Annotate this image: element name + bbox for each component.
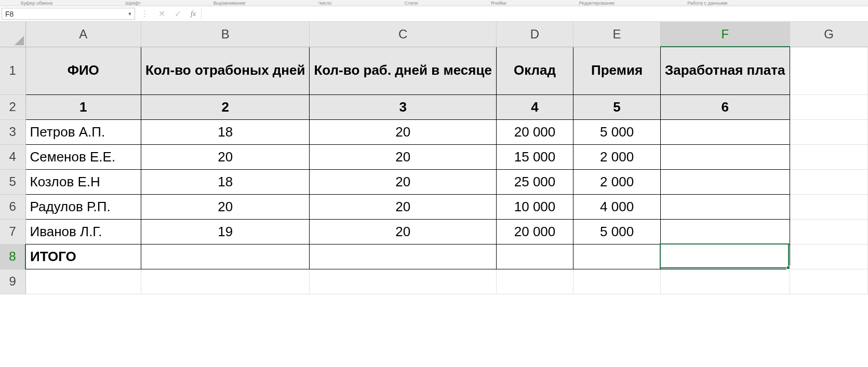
cell-g3[interactable]	[790, 119, 868, 144]
cell-f9[interactable]	[660, 269, 790, 294]
cell-e2[interactable]: 5	[573, 94, 661, 119]
cell-b2[interactable]: 2	[141, 94, 310, 119]
cell-a5[interactable]: Козлов Е.Н	[25, 169, 141, 194]
separator: ⋮	[135, 6, 153, 21]
row-header-5[interactable]: 5	[0, 169, 25, 194]
cell-b4[interactable]: 20	[141, 144, 310, 169]
cell-f1[interactable]: Заработная плата	[660, 47, 790, 94]
cell-g1[interactable]	[790, 47, 868, 94]
cell-g2[interactable]	[790, 94, 868, 119]
cell-g9[interactable]	[790, 269, 868, 294]
cell-a9[interactable]	[25, 269, 141, 294]
cell-e5[interactable]: 2 000	[573, 169, 661, 194]
cell-a8[interactable]: ИТОГО	[25, 244, 141, 269]
cell-e4[interactable]: 2 000	[573, 144, 661, 169]
ribbon-group-labels: Буфер обмена Шрифт Выравнивание Число Ст…	[0, 0, 868, 6]
cell-b7[interactable]: 19	[141, 219, 310, 244]
cell-d6[interactable]: 10 000	[496, 194, 573, 219]
confirm-icon[interactable]: ✓	[175, 9, 181, 19]
cell-b9[interactable]	[141, 269, 310, 294]
formula-input[interactable]	[201, 8, 868, 20]
cell-g8[interactable]	[790, 244, 868, 269]
cancel-icon[interactable]: ✕	[158, 9, 165, 19]
cell-d5[interactable]: 25 000	[496, 169, 573, 194]
row-header-3[interactable]: 3	[0, 119, 25, 144]
cell-c8[interactable]	[310, 244, 496, 269]
cell-f3[interactable]	[660, 119, 790, 144]
cell-e8[interactable]	[573, 244, 661, 269]
row-header-9[interactable]: 9	[0, 269, 25, 294]
cell-d9[interactable]	[496, 269, 573, 294]
cell-c7[interactable]: 20	[310, 219, 496, 244]
cell-b5[interactable]: 18	[141, 169, 310, 194]
cell-a2[interactable]: 1	[25, 94, 141, 119]
cell-e9[interactable]	[573, 269, 661, 294]
cell-a7[interactable]: Иванов Л.Г.	[25, 219, 141, 244]
cell-e1[interactable]: Премия	[573, 47, 661, 94]
cell-c6[interactable]: 20	[310, 194, 496, 219]
cell-b6[interactable]: 20	[141, 194, 310, 219]
cell-d1[interactable]: Оклад	[496, 47, 573, 94]
cell-c9[interactable]	[310, 269, 496, 294]
cell-g5[interactable]	[790, 169, 868, 194]
cell-g6[interactable]	[790, 194, 868, 219]
row-header-7[interactable]: 7	[0, 219, 25, 244]
cell-e3[interactable]: 5 000	[573, 119, 661, 144]
cell-c3[interactable]: 20	[310, 119, 496, 144]
cell-c1[interactable]: Кол-во раб. дней в месяце	[310, 47, 496, 94]
fx-icon[interactable]: fx	[191, 10, 196, 18]
row-header-4[interactable]: 4	[0, 144, 25, 169]
cell-b1[interactable]: Кол-во отрабоных дней	[141, 47, 310, 94]
cell-c5[interactable]: 20	[310, 169, 496, 194]
col-header-f[interactable]: F	[660, 22, 790, 47]
cell-c2[interactable]: 3	[310, 94, 496, 119]
cell-a3[interactable]: Петров А.П.	[25, 119, 141, 144]
name-box-dropdown-icon[interactable]: ▼	[125, 11, 135, 17]
cell-a4[interactable]: Семенов Е.Е.	[25, 144, 141, 169]
formula-bar-buttons: ✕ ✓ fx	[153, 6, 201, 21]
cell-f2[interactable]: 6	[660, 94, 790, 119]
cell-g7[interactable]	[790, 219, 868, 244]
cell-e6[interactable]: 4 000	[573, 194, 661, 219]
row-header-8[interactable]: 8	[0, 244, 25, 269]
col-header-b[interactable]: B	[141, 22, 310, 47]
col-header-g[interactable]: G	[790, 22, 868, 47]
row-header-1[interactable]: 1	[0, 47, 25, 94]
cell-f7[interactable]	[660, 219, 790, 244]
col-header-d[interactable]: D	[496, 22, 573, 47]
cell-a6[interactable]: Радулов Р.П.	[25, 194, 141, 219]
col-header-c[interactable]: C	[310, 22, 496, 47]
cell-f4[interactable]	[660, 144, 790, 169]
row-header-2[interactable]: 2	[0, 94, 25, 119]
cell-f5[interactable]	[660, 169, 790, 194]
cell-d4[interactable]: 15 000	[496, 144, 573, 169]
spreadsheet-grid[interactable]: A B C D E F G 1 ФИО Кол-во отрабоных дне…	[0, 22, 868, 294]
cell-d7[interactable]: 20 000	[496, 219, 573, 244]
cell-f6[interactable]	[660, 194, 790, 219]
cell-d3[interactable]: 20 000	[496, 119, 573, 144]
col-header-e[interactable]: E	[573, 22, 661, 47]
cell-c4[interactable]: 20	[310, 144, 496, 169]
cell-d8[interactable]	[496, 244, 573, 269]
cell-g4[interactable]	[790, 144, 868, 169]
name-box[interactable]: F8 ▼	[2, 8, 135, 20]
cell-b3[interactable]: 18	[141, 119, 310, 144]
row-header-6[interactable]: 6	[0, 194, 25, 219]
name-box-value: F8	[2, 10, 125, 18]
formula-bar-row: F8 ▼ ⋮ ✕ ✓ fx	[0, 6, 868, 22]
cell-a1[interactable]: ФИО	[25, 47, 141, 94]
col-header-a[interactable]: A	[25, 22, 141, 47]
cell-e7[interactable]: 5 000	[573, 219, 661, 244]
cell-d2[interactable]: 4	[496, 94, 573, 119]
select-all-corner[interactable]	[0, 22, 25, 47]
cell-f8[interactable]	[660, 244, 790, 269]
cell-b8[interactable]	[141, 244, 310, 269]
